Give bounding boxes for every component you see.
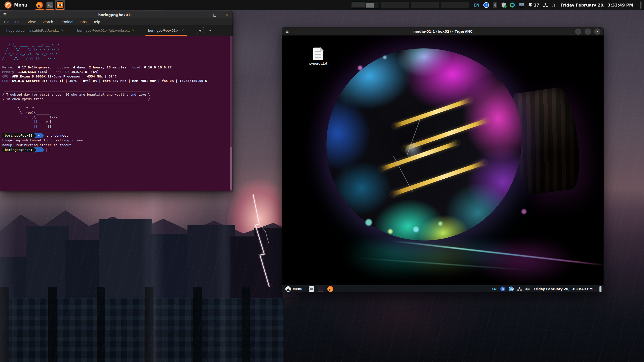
terminal-titlebar[interactable]: ☰ boringpc@box01:~ – □ ✕ bbox=[0, 11, 233, 18]
panel-separator bbox=[306, 287, 306, 292]
running-indicator bbox=[327, 292, 334, 293]
workspace-2[interactable] bbox=[381, 2, 409, 8]
workspace-1[interactable] bbox=[351, 2, 379, 8]
terminal-tab-3[interactable]: boringpc@box01:~✕ bbox=[145, 25, 186, 36]
volume-muted-icon[interactable] bbox=[525, 287, 530, 291]
keyboard-layout-indicator[interactable]: EN bbox=[473, 3, 479, 8]
new-tab-button[interactable]: + bbox=[197, 27, 204, 34]
shell-prompt-line: boringpc@box01~ bbox=[2, 147, 233, 152]
bokeh-dot bbox=[388, 229, 393, 234]
vnc-menu-button[interactable]: Menu bbox=[284, 286, 304, 292]
menubar-item-file[interactable]: File bbox=[4, 20, 10, 24]
show-desktop-button[interactable] bbox=[640, 2, 641, 9]
powerline-separator bbox=[42, 133, 44, 138]
minimize-button[interactable]: – bbox=[575, 28, 581, 35]
maximize-button[interactable]: □ bbox=[585, 28, 591, 35]
tab-list-chevron-icon[interactable]: ▾ bbox=[209, 29, 211, 32]
menubar-item-help[interactable]: Help bbox=[92, 20, 100, 24]
vnc-window-title: media-01:1 (box02) - TigerVNC bbox=[282, 29, 603, 33]
workspace-switcher[interactable] bbox=[351, 2, 469, 8]
desktop-file-icon[interactable]: synergy.txt bbox=[305, 48, 332, 65]
menubar-item-search[interactable]: Search bbox=[42, 20, 53, 24]
taskbar-tigervnc-button[interactable] bbox=[55, 0, 65, 10]
onepassword-icon[interactable]: 1 bbox=[483, 2, 489, 8]
vnc-panel-clock[interactable]: Friday February 20, 3:33:49 PM bbox=[534, 287, 593, 291]
typed-command: vnc-connect bbox=[47, 133, 68, 138]
taskbar-firefox-button[interactable] bbox=[35, 0, 45, 10]
menubar-item-terminal[interactable]: Terminal bbox=[59, 20, 73, 24]
menubar-item-view[interactable]: View bbox=[28, 20, 36, 24]
tab-close-icon[interactable]: ✕ bbox=[132, 29, 134, 32]
display-icon[interactable] bbox=[519, 3, 524, 7]
shell-history: boringpc@box01~vnc-connectLingering ssh … bbox=[2, 133, 233, 152]
text-file-icon bbox=[313, 48, 323, 60]
vnc-firefox-button[interactable] bbox=[327, 285, 334, 293]
tigervnc-icon bbox=[56, 1, 64, 9]
terminal-viewport[interactable]: __ ____ ___ / /_ ____ _ __/ __ < / / __ … bbox=[0, 36, 233, 191]
fastfetch-ascii-logo: __ ____ ___ / /_ ____ _ __/ __ < / / __ … bbox=[2, 38, 233, 61]
system-tray: EN 1 ✓ 17 ♫ Friday February 20, 3:33:49 … bbox=[473, 2, 641, 9]
terminal-window: ☰ boringpc@box01:~ – □ ✕ FileEditViewSea… bbox=[0, 11, 233, 191]
powerline-separator bbox=[42, 147, 44, 152]
tab-label: boringpc@box01:~ bbox=[148, 29, 179, 32]
menubar-item-edit[interactable]: Edit bbox=[15, 20, 22, 24]
bokeh-dot bbox=[358, 66, 362, 70]
fastfetch-line: GPU: NVIDIA GeForce RTX 5060 Ti | 36°C |… bbox=[2, 79, 233, 83]
notifications-indicator[interactable]: 17 bbox=[528, 3, 539, 8]
firefox-icon bbox=[327, 286, 333, 292]
sync-ring-icon[interactable] bbox=[510, 3, 515, 8]
minimize-button[interactable]: – bbox=[202, 13, 204, 17]
terminal-tab-2[interactable]: boringpc@box01:~/git.worksp...✕ bbox=[74, 25, 137, 36]
scrollbar-thumb[interactable] bbox=[230, 147, 232, 190]
panel-separator bbox=[32, 2, 32, 8]
panel-clock[interactable]: Friday February 20, 3:33:49 PM bbox=[560, 3, 633, 8]
bokeh-dot bbox=[413, 227, 419, 232]
desktop-file-label: synergy.txt bbox=[305, 62, 332, 65]
maximize-button[interactable]: □ bbox=[213, 13, 216, 17]
shield-check-icon[interactable]: ✓ bbox=[501, 2, 506, 8]
bluetooth-icon[interactable] bbox=[493, 2, 497, 8]
show-desktop-button[interactable] bbox=[599, 286, 601, 292]
file-manager-icon[interactable] bbox=[309, 286, 314, 292]
command-output: Lingering ssh tunnel found killing it no… bbox=[2, 138, 233, 143]
top-panel: Menu >_ EN 1 ✓ 17 ♫ bbox=[0, 0, 644, 10]
workspace-window-preview bbox=[352, 3, 365, 7]
fastfetch-line: Kernel: 6.17.0-14-generic Uptime: 4 days… bbox=[2, 65, 233, 70]
bell-icon bbox=[528, 3, 532, 7]
menubar-item-tabs[interactable]: Tabs bbox=[79, 20, 87, 24]
tab-close-icon[interactable]: ✕ bbox=[61, 29, 63, 32]
bokeh-dot bbox=[365, 219, 372, 226]
terminal-icon: >_ bbox=[46, 2, 53, 9]
running-indicator bbox=[56, 9, 64, 10]
qbittorrent-icon[interactable]: qb bbox=[509, 287, 514, 291]
terminal-menubar: FileEditViewSearchTerminalTabsHelp bbox=[0, 18, 233, 25]
terminal-window-title: boringpc@box01:~ bbox=[0, 13, 233, 17]
prompt-path: ~ bbox=[36, 133, 42, 138]
vnc-taskbar: Menu ›_ EN qb Friday February 20, 3:33:4… bbox=[282, 285, 603, 292]
powerline-separator bbox=[34, 133, 36, 138]
close-button[interactable]: ✕ bbox=[225, 13, 228, 17]
network-icon[interactable] bbox=[517, 287, 522, 291]
bluetooth-icon[interactable] bbox=[500, 287, 505, 291]
shell-prompt-line: boringpc@box01~vnc-connect bbox=[2, 133, 233, 138]
terminal-icon[interactable]: ›_ bbox=[318, 286, 323, 292]
network-icon[interactable] bbox=[543, 3, 548, 7]
terminal-tabbar: hugo server --disableFastRend...✕boringp… bbox=[0, 25, 233, 36]
media-player-icon[interactable]: ♫ bbox=[552, 3, 555, 8]
terminal-scrollbar[interactable] bbox=[230, 36, 233, 191]
terminal-tab-1[interactable]: hugo server --disableFastRend...✕ bbox=[4, 25, 66, 36]
keyboard-layout-indicator[interactable]: EN bbox=[492, 287, 497, 291]
close-button[interactable]: ✕ bbox=[594, 28, 600, 35]
prompt-path: ~ bbox=[36, 147, 42, 152]
vnc-remote-desktop[interactable]: synergy.txt bbox=[282, 35, 603, 285]
main-menu-button[interactable]: Menu bbox=[3, 0, 29, 10]
cowsay-output: ________________________________________… bbox=[2, 88, 233, 129]
vnc-system-tray: EN qb Friday February 20, 3:33:49 PM bbox=[492, 286, 601, 292]
workspace-3[interactable] bbox=[411, 2, 439, 8]
bokeh-dot bbox=[438, 222, 442, 226]
taskbar-terminal-button[interactable]: >_ bbox=[45, 0, 55, 10]
vnc-titlebar[interactable]: ☰ media-01:1 (box02) - TigerVNC – □ ✕ bbox=[282, 27, 603, 35]
workspace-4[interactable] bbox=[441, 2, 469, 8]
tab-label: boringpc@box01:~/git.worksp... bbox=[77, 29, 130, 32]
tab-close-icon[interactable]: ✕ bbox=[182, 29, 184, 32]
